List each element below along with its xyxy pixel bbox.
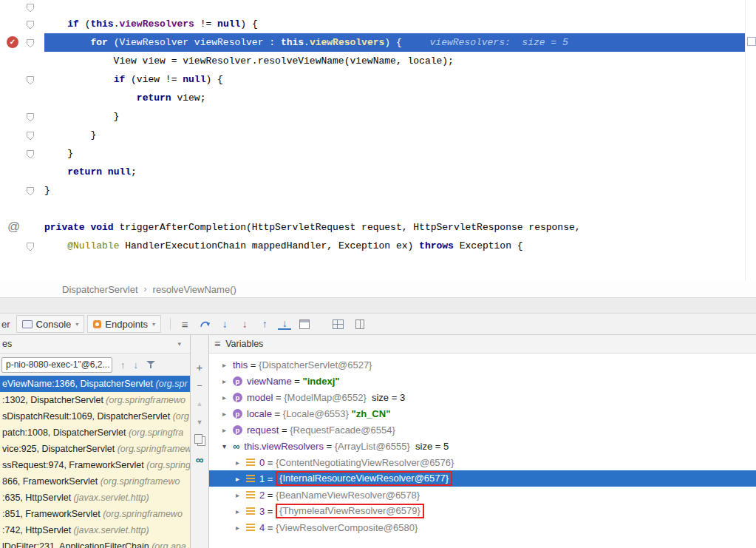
run-to-cursor-icon[interactable]: ↓ [278,318,291,330]
variable-row[interactable]: ▸plocale = {Locale@6553} "zh_CN" [209,405,756,422]
code-line[interactable] [44,200,745,218]
step-over-icon[interactable] [198,317,211,331]
code-line[interactable]: private void triggerAfterCompletion(Http… [44,218,745,237]
expand-arrow-icon[interactable]: ▸ [222,361,233,369]
code-line[interactable]: for (ViewResolver viewResolver : this.vi… [44,33,745,52]
array-element-row[interactable]: ▸0 = {ContentNegotiatingViewResolver@657… [209,454,756,470]
array-element-row[interactable]: ▸2 = {BeanNameViewResolver@6578} [209,487,756,503]
stack-frame[interactable]: patch:1008, DispatcherServlet (org.sprin… [0,424,190,441]
code-line[interactable]: if (this.viewResolvers != null) { [44,15,745,33]
fold-marker-icon[interactable] [26,130,35,140]
expand-arrow-icon[interactable]: ▸ [236,475,246,483]
panel-menu-icon[interactable]: ▾ [177,340,181,348]
stripe-current-line-marker[interactable] [747,37,756,46]
frame-package: (org.springframewo [103,509,183,519]
step-into-icon[interactable]: ↓ [218,317,231,331]
variable-name: 0 [259,457,265,468]
layout-grid-icon[interactable] [331,317,344,331]
breakpoint-icon[interactable]: ✓ [7,36,18,48]
remove-watch-icon[interactable]: − [194,380,205,390]
stack-frame[interactable]: :742, HttpServlet (javax.servlet.http) [0,522,190,538]
force-step-into-icon[interactable]: ↓ [238,317,251,331]
expand-arrow-icon[interactable]: ▸ [236,524,246,532]
variable-row[interactable]: ▾∞this.viewResolvers = {ArrayList@6555} … [209,438,756,454]
stack-frame[interactable]: :1302, DispatcherServlet (org.springfram… [0,392,190,408]
frames-header-label-cut: es [2,339,12,349]
stack-frame[interactable]: :635, HttpServlet (javax.servlet.http) [0,490,190,506]
breadcrumb-item[interactable]: resolveViewName() [153,284,236,295]
fold-marker-icon[interactable] [26,186,35,195]
code-line[interactable]: } [44,126,745,144]
code-line[interactable]: return null; [44,163,745,181]
fold-marker-icon[interactable] [26,38,35,47]
thread-selector[interactable]: p-nio-8080-exec-1"@6,2... ▾ [1,357,112,373]
hamburger-icon[interactable]: ≡ [214,338,220,350]
tab-dropdown-icon[interactable]: ▾ [75,321,78,328]
stack-frames-list[interactable]: eViewName:1366, DispatcherServlet (org.s… [0,376,190,548]
copy-icon[interactable] [194,436,205,446]
code-area[interactable]: if (this.viewResolvers != null) { for (V… [44,15,745,255]
expand-arrow-icon[interactable]: ▸ [236,491,246,499]
stack-frame[interactable]: eViewName:1366, DispatcherServlet (org.s… [0,376,190,392]
fold-marker-icon[interactable] [26,75,35,84]
breadcrumb-item[interactable]: DispatcherServlet [62,284,138,295]
tab-endpoints[interactable]: Endpoints ▾ [87,315,161,333]
collapse-arrow-icon[interactable]: ▾ [222,442,233,450]
code-line[interactable]: View view = viewResolver.resolveViewName… [44,52,745,70]
step-out-icon[interactable]: ↑ [258,317,271,331]
filter-frames-icon[interactable] [146,360,155,370]
array-element-row[interactable]: ▸1 = {InternalResourceViewResolver@6577} [209,470,756,487]
editor-gutter[interactable]: ✓@ [0,0,44,281]
stack-frame[interactable]: sDispatchResult:1069, DispatcherServlet … [0,408,190,424]
watch-return-values-icon[interactable]: ∞ [194,454,205,464]
tab-debugger-cut[interactable]: er [1,319,10,330]
tab-console[interactable]: Console ▾ [16,315,85,333]
array-element-row[interactable]: ▸4 = {ViewResolverComposite@6580} [209,519,756,535]
variables-tree[interactable]: ▸this = {DispatcherServlet@6527}▸pviewNa… [209,354,756,548]
code-editor[interactable]: ✓@ if (this.viewResolvers != null) { for… [0,0,756,281]
frame-method: vice:925, DispatcherServlet [2,444,118,454]
code-line[interactable]: } [44,107,745,126]
scroll-down-icon[interactable]: ▼ [194,417,205,427]
stack-frame[interactable]: lDoFilter:231, ApplicationFilterChain (o… [0,538,190,548]
fold-marker-icon[interactable] [26,149,35,158]
stack-frame[interactable]: :851, FrameworkServlet (org.springframew… [0,506,190,522]
array-element-row[interactable]: ▸3 = {ThymeleafViewResolver@6579} [209,503,756,519]
view-options-icon[interactable]: ≡ [178,317,191,331]
code-line[interactable]: } [44,144,745,163]
code-line[interactable]: @Nullable HandlerExecutionChain mappedHa… [44,237,745,255]
variable-value: {RequestFacade@6554} [290,424,395,436]
code-line[interactable]: } [44,181,745,200]
variable-row[interactable]: ▸prequest = {RequestFacade@6554} [209,422,756,438]
next-frame-icon[interactable]: ↓ [134,359,139,371]
tab-dropdown-icon[interactable]: ▾ [152,321,155,328]
layout-columns-icon[interactable] [351,317,364,331]
code-line[interactable]: return view; [44,89,745,107]
expand-arrow-icon[interactable]: ▸ [236,507,246,515]
stack-frame[interactable]: vice:925, DispatcherServlet (org.springf… [0,441,190,457]
stack-frame[interactable]: 866, FrameworkServlet (org.springframewo [0,473,190,490]
frame-package: (org [173,411,189,422]
stack-frame[interactable]: ssRequest:974, FrameworkServlet (org.spr… [0,457,190,473]
error-stripe[interactable] [745,0,756,281]
variable-row[interactable]: ▸this = {DispatcherServlet@6527} [209,356,756,373]
evaluate-expression-icon[interactable] [298,317,311,331]
expand-arrow-icon[interactable]: ▸ [222,426,233,434]
expand-arrow-icon[interactable]: ▸ [222,393,233,402]
fold-marker-icon[interactable] [26,241,35,251]
scroll-up-icon[interactable]: ▲ [194,399,205,409]
previous-frame-icon[interactable]: ↑ [120,359,126,371]
array-element-icon [246,459,255,466]
fold-marker-icon[interactable] [26,19,35,29]
expand-arrow-icon[interactable]: ▸ [222,377,233,385]
variable-row[interactable]: ▸pviewName = "indexj" [209,373,756,389]
code-line[interactable]: if (view != null) { [44,70,745,89]
add-watch-icon[interactable]: + [194,362,205,372]
variable-row[interactable]: ▸pmodel = {ModelMap@6552} size = 3 [209,389,756,405]
variables-panel-header: ≡ Variables [209,335,756,354]
expand-arrow-icon[interactable]: ▸ [222,410,233,418]
expand-arrow-icon[interactable]: ▸ [236,459,246,467]
fold-marker-icon[interactable] [26,112,35,121]
fold-marker-icon[interactable] [26,2,35,12]
debug-window-titlebar [0,297,756,314]
